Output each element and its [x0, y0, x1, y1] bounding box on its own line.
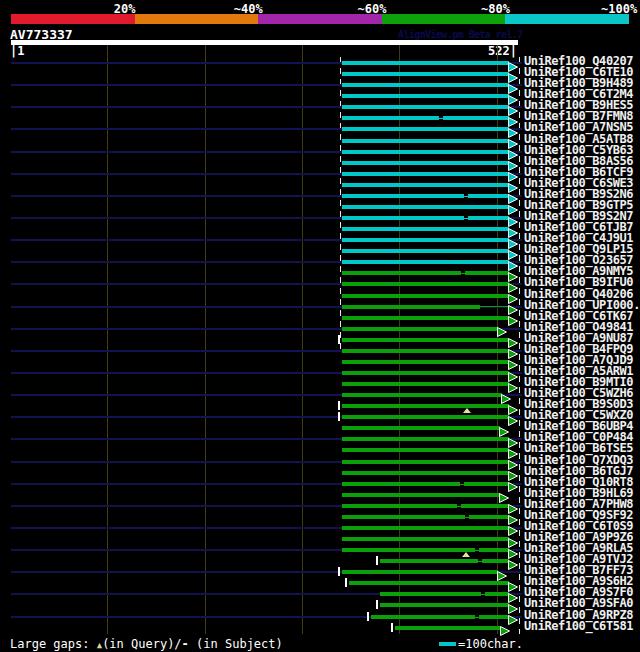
alignment-bar[interactable]: [342, 371, 509, 375]
alignment-bar[interactable]: [380, 603, 509, 607]
alignment-bar[interactable]: [342, 382, 509, 386]
hit-arrowhead-icon[interactable]: [508, 456, 519, 467]
hit-arrowhead-icon[interactable]: [499, 489, 510, 500]
alignment-bar[interactable]: [342, 216, 509, 220]
hit-arrowhead-icon[interactable]: [508, 213, 519, 224]
alignment-bar[interactable]: [342, 83, 509, 87]
hit-arrowhead-icon[interactable]: [508, 445, 519, 456]
alignment-bar[interactable]: [342, 183, 509, 187]
alignment-bar[interactable]: [342, 61, 509, 65]
alignment-bar[interactable]: [349, 581, 509, 585]
alignment-bar[interactable]: [342, 72, 509, 76]
hit-arrowhead-icon[interactable]: [508, 146, 519, 157]
hit-arrowhead-icon[interactable]: [508, 312, 519, 323]
hit-arrowhead-icon[interactable]: [508, 600, 519, 611]
hit-arrowhead-icon[interactable]: [508, 113, 519, 124]
hit-arrowhead-icon[interactable]: [508, 345, 519, 356]
hit-arrowhead-icon[interactable]: [508, 522, 519, 533]
alignment-bar[interactable]: [342, 448, 509, 452]
alignment-bar[interactable]: [342, 94, 509, 98]
alignment-bar[interactable]: [342, 537, 509, 541]
hit-arrowhead-icon[interactable]: [508, 235, 519, 246]
alignment-bar[interactable]: [342, 260, 509, 264]
hit-arrowhead-icon[interactable]: [508, 611, 519, 622]
hit-arrowhead-icon[interactable]: [508, 356, 519, 367]
hit-arrowhead-icon[interactable]: [508, 246, 519, 257]
alignment-bar[interactable]: [342, 282, 509, 286]
alignment-bar[interactable]: [342, 437, 509, 441]
hit-arrowhead-icon[interactable]: [508, 58, 519, 69]
hit-arrowhead-icon[interactable]: [508, 412, 519, 423]
alignment-bar[interactable]: [342, 404, 509, 408]
alignment-bar[interactable]: [342, 393, 502, 397]
alignment-bar[interactable]: [395, 626, 501, 630]
hit-arrowhead-icon[interactable]: [508, 478, 519, 489]
hit-arrowhead-icon[interactable]: [508, 257, 519, 268]
alignment-bar[interactable]: [342, 127, 509, 131]
hit-arrowhead-icon[interactable]: [508, 290, 519, 301]
hit-arrowhead-icon[interactable]: [497, 567, 508, 578]
alignment-bar[interactable]: [342, 116, 509, 120]
hit-arrowhead-icon[interactable]: [508, 379, 519, 390]
hit-arrowhead-icon[interactable]: [508, 268, 519, 279]
hit-arrowhead-icon[interactable]: [508, 534, 519, 545]
alignment-bar[interactable]: [342, 316, 509, 320]
hit-arrowhead-icon[interactable]: [500, 622, 511, 633]
alignment-bar[interactable]: [342, 150, 509, 154]
alignment-bar[interactable]: [342, 139, 509, 143]
alignment-bar[interactable]: [342, 471, 509, 475]
alignment-bar[interactable]: [342, 205, 509, 209]
hit-arrowhead-icon[interactable]: [508, 157, 519, 168]
alignment-bar[interactable]: [380, 559, 509, 563]
alignment-bar[interactable]: [342, 249, 509, 253]
alignment-bar[interactable]: [342, 161, 509, 165]
hit-arrowhead-icon[interactable]: [508, 301, 519, 312]
hit-arrowhead-icon[interactable]: [508, 589, 519, 600]
hit-arrowhead-icon[interactable]: [508, 368, 519, 379]
hit-label[interactable]: UniRef100_C6T581: [524, 621, 633, 632]
alignment-bar[interactable]: [342, 194, 509, 198]
hit-arrowhead-icon[interactable]: [508, 168, 519, 179]
alignment-bar[interactable]: [342, 570, 498, 574]
alignment-bar[interactable]: [342, 305, 480, 309]
hit-arrowhead-icon[interactable]: [508, 190, 519, 201]
hit-arrowhead-icon[interactable]: [508, 69, 519, 80]
alignment-bar[interactable]: [342, 460, 509, 464]
alignment-bar[interactable]: [342, 227, 509, 231]
hit-arrowhead-icon[interactable]: [508, 279, 519, 290]
alignment-bar[interactable]: [342, 105, 509, 109]
hit-arrowhead-icon[interactable]: [508, 545, 519, 556]
hit-arrowhead-icon[interactable]: [508, 511, 519, 522]
alignment-bar[interactable]: [342, 515, 509, 519]
hit-arrowhead-icon[interactable]: [501, 390, 512, 401]
alignment-bar[interactable]: [342, 271, 509, 275]
alignment-bar[interactable]: [342, 349, 509, 353]
hit-arrowhead-icon[interactable]: [508, 434, 519, 445]
hit-arrowhead-icon[interactable]: [508, 224, 519, 235]
hit-arrowhead-icon[interactable]: [508, 80, 519, 91]
alignment-bar[interactable]: [342, 327, 498, 331]
alignment-bar[interactable]: [342, 238, 509, 242]
alignment-bar[interactable]: [342, 504, 509, 508]
alignment-bar[interactable]: [342, 360, 509, 364]
hit-arrowhead-icon[interactable]: [508, 201, 519, 212]
hit-arrowhead-icon[interactable]: [508, 578, 519, 589]
alignment-bar[interactable]: [371, 615, 509, 619]
hit-arrowhead-icon[interactable]: [508, 135, 519, 146]
hit-arrowhead-icon[interactable]: [508, 334, 519, 345]
hit-arrowhead-icon[interactable]: [508, 467, 519, 478]
hit-arrowhead-icon[interactable]: [508, 102, 519, 113]
hit-arrowhead-icon[interactable]: [508, 91, 519, 102]
alignment-bar[interactable]: [380, 592, 509, 596]
hit-arrowhead-icon[interactable]: [508, 179, 519, 190]
hit-arrowhead-icon[interactable]: [499, 423, 510, 434]
hit-arrowhead-icon[interactable]: [508, 124, 519, 135]
alignment-bar[interactable]: [342, 415, 509, 419]
alignment-bar[interactable]: [342, 426, 500, 430]
alignment-bar[interactable]: [342, 548, 509, 552]
hit-arrowhead-icon[interactable]: [497, 323, 508, 334]
hit-arrowhead-icon[interactable]: [508, 556, 519, 567]
hit-arrowhead-icon[interactable]: [508, 500, 519, 511]
alignment-bar[interactable]: [342, 172, 509, 176]
hit-arrowhead-icon[interactable]: [508, 401, 519, 412]
